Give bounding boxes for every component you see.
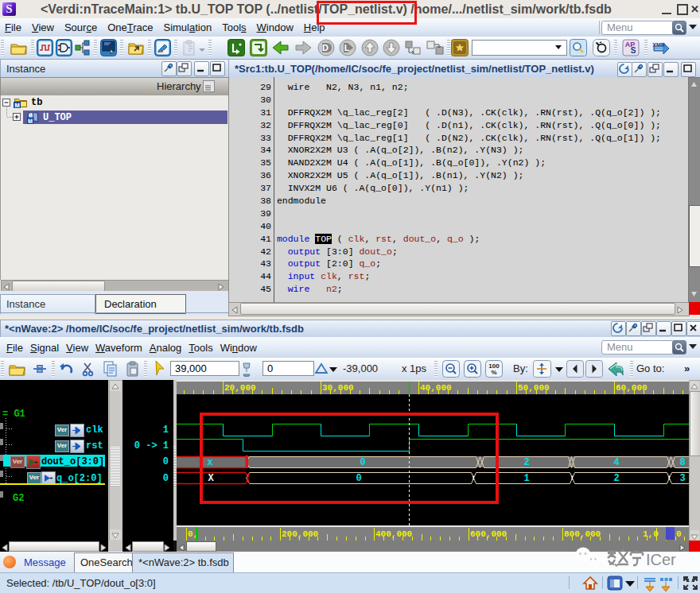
svg-text:3: 3 xyxy=(679,473,685,484)
svg-text:800,000: 800,000 xyxy=(564,529,601,539)
svg-text:4: 4 xyxy=(613,457,619,468)
svg-text:%: % xyxy=(491,369,496,376)
svg-text:2: 2 xyxy=(523,457,529,468)
svg-text:D: D xyxy=(322,43,329,52)
svg-text:1: 1 xyxy=(523,473,529,484)
svg-text:20,000: 20,000 xyxy=(224,383,256,393)
svg-text:XMR: XMR xyxy=(652,42,665,48)
svg-text:400,000: 400,000 xyxy=(375,529,412,539)
svg-text:ICer: ICer xyxy=(646,551,676,568)
svg-text:L: L xyxy=(344,43,350,52)
svg-text:200,000: 200,000 xyxy=(282,529,318,539)
svg-text:50,000: 50,000 xyxy=(518,383,550,393)
svg-text:2: 2 xyxy=(613,473,619,484)
svg-text:1,0: 1,0 xyxy=(643,529,659,539)
svg-text:M: M xyxy=(14,102,19,108)
svg-text:60,000: 60,000 xyxy=(616,383,648,393)
svg-text:0: 0 xyxy=(676,529,682,539)
svg-text:40,000: 40,000 xyxy=(420,383,452,393)
svg-text:S: S xyxy=(631,46,636,55)
svg-text:30,000: 30,000 xyxy=(322,383,354,393)
svg-text:600,000: 600,000 xyxy=(470,529,507,539)
svg-text:8: 8 xyxy=(679,457,685,468)
svg-text:M: M xyxy=(28,118,33,124)
